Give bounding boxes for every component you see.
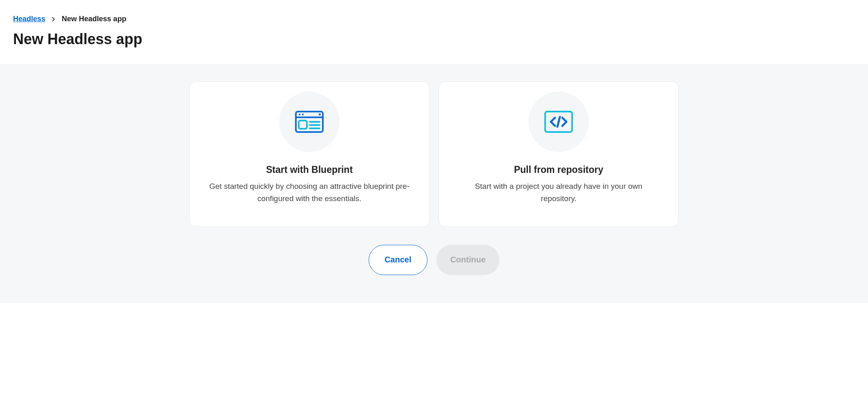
card-description: Start with a project you already have in… xyxy=(457,180,660,205)
cancel-button[interactable]: Cancel xyxy=(369,245,427,275)
svg-point-2 xyxy=(299,114,300,115)
breadcrumb-current: New Headless app xyxy=(62,15,126,23)
chevron-right-icon xyxy=(51,17,56,22)
card-repository[interactable]: Pull from repository Start with a projec… xyxy=(438,81,679,227)
breadcrumb-parent-link[interactable]: Headless xyxy=(13,15,45,23)
svg-point-3 xyxy=(302,114,304,115)
page-header: Headless New Headless app New Headless a… xyxy=(0,0,868,64)
svg-rect-4 xyxy=(319,114,321,115)
svg-rect-5 xyxy=(299,121,307,129)
option-cards: Start with Blueprint Get started quickly… xyxy=(189,81,679,227)
continue-button[interactable]: Continue xyxy=(436,245,500,275)
page-title: New Headless app xyxy=(13,31,855,48)
content-area: Start with Blueprint Get started quickly… xyxy=(0,64,868,303)
action-buttons: Cancel Continue xyxy=(13,245,855,275)
breadcrumb: Headless New Headless app xyxy=(13,15,855,23)
card-title: Pull from repository xyxy=(514,164,604,175)
code-icon xyxy=(528,92,589,152)
card-title: Start with Blueprint xyxy=(266,164,353,175)
card-blueprint[interactable]: Start with Blueprint Get started quickly… xyxy=(189,81,430,227)
card-description: Get started quickly by choosing an attra… xyxy=(208,180,411,205)
svg-line-10 xyxy=(557,117,560,127)
blueprint-icon xyxy=(279,92,340,152)
